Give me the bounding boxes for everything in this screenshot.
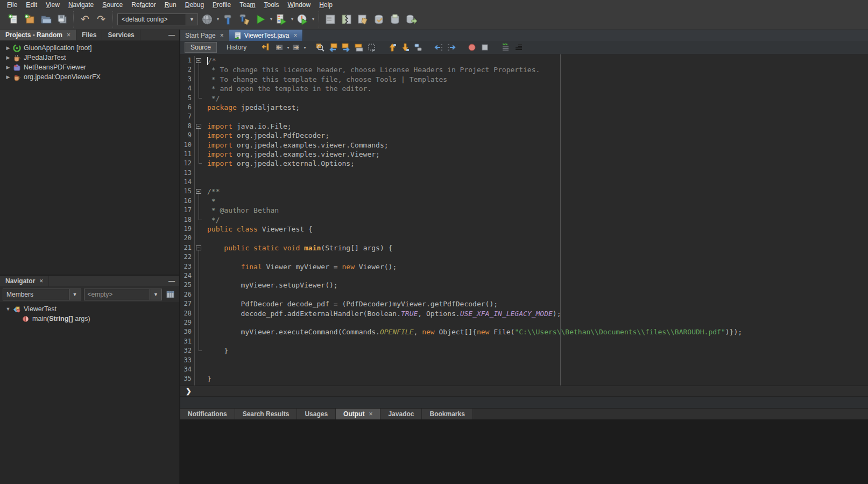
bottom-tab-search-results[interactable]: Search Results: [235, 409, 298, 419]
history-view-button[interactable]: History: [221, 43, 252, 52]
expand-arrow-icon[interactable]: ▶: [4, 65, 12, 70]
code-line[interactable]: 12import org.jpedal.external.Options;: [180, 159, 868, 168]
toggle-bookmark-button[interactable]: [412, 42, 424, 53]
code-line[interactable]: 34: [180, 365, 868, 374]
code-line[interactable]: 14: [180, 178, 868, 187]
last-edit-button[interactable]: [260, 42, 272, 53]
new-file-button[interactable]: [6, 12, 20, 26]
build-project-button[interactable]: [221, 12, 235, 26]
uncomment-button[interactable]: [512, 42, 524, 53]
editor-tab-viewertest-java[interactable]: ViewerTest.java×: [229, 30, 303, 41]
code-line[interactable]: 22: [180, 252, 868, 262]
close-icon[interactable]: ×: [369, 410, 372, 418]
expand-arrow-icon[interactable]: ▶: [4, 74, 12, 80]
code-line[interactable]: 27 PdfDecoder decode_pdf = (PdfDecoder)m…: [180, 299, 868, 308]
code-line[interactable]: 30 myViewer.executeCommand(Commands.OPEN…: [180, 327, 868, 336]
code-line[interactable]: 10import org.jpedal.examples.viewer.Comm…: [180, 141, 868, 150]
code-line[interactable]: 15−/**: [180, 187, 868, 196]
db-check-button[interactable]: [372, 12, 386, 26]
menu-navigate[interactable]: Navigate: [64, 1, 98, 9]
code-editor[interactable]: 1−/*2 * To change this license header, c…: [180, 54, 868, 385]
menu-debug[interactable]: Debug: [181, 1, 208, 9]
save-all-button[interactable]: [55, 12, 69, 26]
code-line[interactable]: 17 * @author Bethan: [180, 206, 868, 215]
menu-profile[interactable]: Profile: [208, 1, 235, 9]
menu-run[interactable]: Run: [160, 1, 181, 9]
profile-project-button[interactable]: [295, 12, 309, 26]
open-project-button[interactable]: [39, 12, 53, 26]
fold-marker[interactable]: −: [194, 243, 203, 252]
diff-button[interactable]: [340, 12, 354, 26]
run-config-combo[interactable]: <default config> ▼: [117, 13, 198, 25]
debug-project-caret[interactable]: ▾: [291, 17, 293, 22]
code-line[interactable]: 26: [180, 290, 868, 299]
projects-tab-files[interactable]: Files: [76, 30, 102, 40]
previous-bookmark-button[interactable]: [386, 42, 398, 53]
find-next-button[interactable]: [340, 42, 352, 53]
back-caret[interactable]: ▾: [287, 45, 289, 50]
tree-item[interactable]: main(String[] args): [0, 314, 179, 324]
shift-line-right-button[interactable]: [446, 42, 457, 53]
web-preview-button[interactable]: [200, 12, 214, 26]
fold-marker[interactable]: −: [194, 187, 203, 196]
tree-item[interactable]: ▶GluonApplication [root]: [0, 43, 179, 53]
code-line[interactable]: 3 * To change this template file, choose…: [180, 75, 868, 84]
bottom-tab-notifications[interactable]: Notifications: [180, 409, 235, 419]
find-previous-button[interactable]: [327, 42, 339, 53]
code-line[interactable]: 36: [180, 384, 868, 385]
menu-refactor[interactable]: Refactor: [127, 1, 160, 9]
navigator-scope-dropdown[interactable]: ▼: [150, 289, 162, 300]
new-project-button[interactable]: [23, 12, 37, 26]
horizontal-scrollbar[interactable]: [180, 396, 868, 408]
fold-marker[interactable]: −: [194, 122, 203, 131]
code-line[interactable]: 9import org.jpedal.PdfDecoder;: [180, 131, 868, 140]
menu-source[interactable]: Source: [98, 1, 127, 9]
navigator-tab-navigator[interactable]: Navigator×: [0, 276, 49, 286]
bottom-tab-usages[interactable]: Usages: [297, 409, 336, 419]
code-line[interactable]: 31: [180, 337, 868, 346]
menu-file[interactable]: File: [3, 1, 22, 9]
editor-tab-start-page[interactable]: Start Page×: [180, 30, 229, 41]
code-line[interactable]: 1−/*: [180, 56, 868, 65]
code-line[interactable]: 2 * To change this license header, choos…: [180, 65, 868, 74]
navigator-scope-combo[interactable]: <empty> ▼: [84, 289, 163, 300]
code-line[interactable]: 16 *: [180, 197, 868, 206]
fold-marker[interactable]: −: [194, 56, 203, 65]
code-line[interactable]: 19public class ViewerTest {: [180, 225, 868, 234]
run-project-button[interactable]: [253, 12, 267, 26]
breadcrumb-chevron-icon[interactable]: ❯: [186, 387, 192, 395]
bottom-tab-javadoc[interactable]: Javadoc: [380, 409, 422, 419]
code-line[interactable]: 23 final Viewer myViewer = new Viewer();: [180, 262, 868, 271]
code-line[interactable]: 32 }: [180, 346, 868, 355]
redo-button[interactable]: ↷: [94, 12, 108, 26]
code-line[interactable]: 5 */: [180, 94, 868, 103]
toggle-highlight-button[interactable]: [353, 42, 365, 53]
find-selection-button[interactable]: [314, 42, 326, 53]
navigator-sort-button[interactable]: [165, 289, 177, 300]
code-line[interactable]: 4 * and open the template in the editor.: [180, 84, 868, 93]
menu-tools[interactable]: Tools: [259, 1, 283, 9]
run-config-dropdown[interactable]: ▼: [186, 13, 198, 25]
close-icon[interactable]: ×: [39, 277, 43, 285]
comment-button[interactable]: [499, 42, 511, 53]
close-icon[interactable]: ×: [294, 32, 298, 39]
forward-button[interactable]: [290, 42, 302, 53]
output-content[interactable]: [180, 419, 868, 484]
shift-line-left-button[interactable]: [433, 42, 444, 53]
projects-tab-projects-random[interactable]: Projects - Random×: [0, 30, 76, 40]
bottom-tab-bookmarks[interactable]: Bookmarks: [422, 409, 472, 419]
code-line[interactable]: 6package jpedaljartest;: [180, 103, 868, 112]
profile-project-caret[interactable]: ▾: [312, 17, 314, 22]
code-line[interactable]: 35}: [180, 374, 868, 383]
list-button[interactable]: [323, 12, 337, 26]
code-line[interactable]: 28 decode_pdf.addExternalHandler(Boolean…: [180, 309, 868, 318]
record-macro-button[interactable]: [466, 42, 478, 53]
menu-view[interactable]: View: [41, 1, 64, 9]
forward-caret[interactable]: ▾: [304, 45, 306, 50]
expand-arrow-icon[interactable]: ▶: [4, 55, 12, 60]
rectangular-selection-button[interactable]: [366, 42, 378, 53]
tree-item[interactable]: ▶JPedalJarTest: [0, 53, 179, 62]
expand-arrow-icon[interactable]: ▼: [4, 306, 12, 312]
code-line[interactable]: 18 */: [180, 215, 868, 225]
code-line[interactable]: 8−import java.io.File;: [180, 122, 868, 131]
